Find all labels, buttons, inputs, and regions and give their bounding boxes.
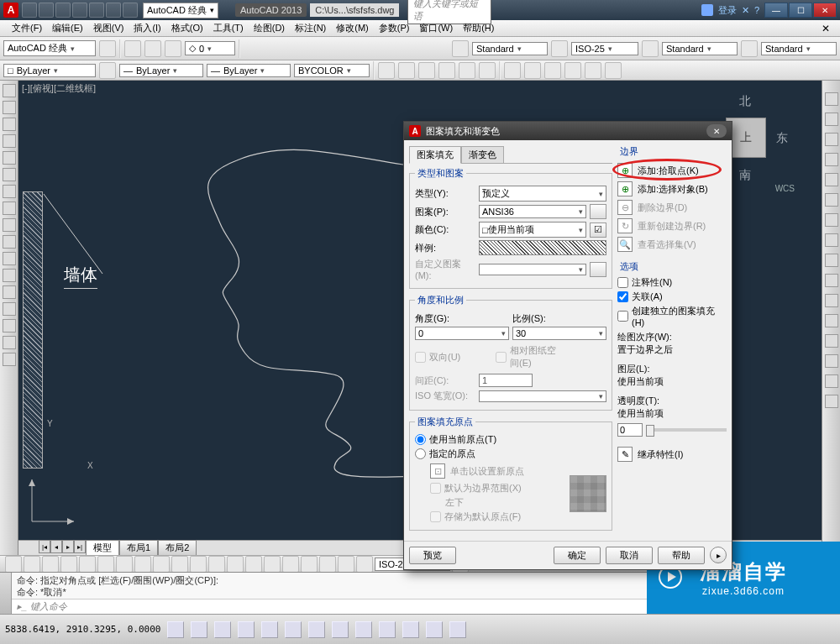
sample-swatch[interactable] [479,240,606,255]
viewcube-south[interactable]: 南 [739,168,751,183]
draworder-dropdown[interactable]: 置于边界之后 [617,343,727,356]
gradient-icon[interactable] [3,285,16,299]
trim-icon[interactable] [825,274,838,287]
menu-view[interactable]: 视图(V) [88,20,129,36]
ellipse-arc-icon[interactable] [3,218,16,232]
color-dropdown[interactable]: □ 使用当前项 [479,222,586,238]
workspace-settings-icon[interactable] [99,40,116,57]
menu-param[interactable]: 参数(P) [374,20,415,36]
color-picker-icon[interactable] [99,62,116,79]
join-icon[interactable] [825,334,838,348]
prop-icon-3[interactable] [418,62,435,79]
prop-icon-11[interactable] [585,62,601,79]
prop-icon-8[interactable] [524,62,541,79]
menu-edit[interactable]: 编辑(E) [47,20,88,36]
viewcube-north[interactable]: 北 [739,94,751,109]
color-dropdown[interactable]: □ ByLayer [3,64,96,77]
tab-nav-prev[interactable]: ◂ [50,540,62,553]
tab-hatch[interactable]: 图案填充 [409,146,461,164]
qat-new-icon[interactable] [22,3,37,18]
dim-update-icon[interactable] [356,556,373,573]
dim-joglinear-icon[interactable] [301,556,318,573]
prop-icon-9[interactable] [544,62,561,79]
osnap3d-toggle[interactable] [285,621,302,638]
prop-icon-5[interactable] [459,62,475,79]
pattern-browse-button[interactable] [590,204,606,219]
menu-tools[interactable]: 工具(T) [208,20,249,36]
tab-gradient[interactable]: 渐变色 [461,146,504,164]
type-dropdown[interactable]: 预定义 [479,186,606,202]
angle-dropdown[interactable]: 0 [415,327,509,340]
dim-center-icon[interactable] [264,556,281,573]
menu-window[interactable]: 窗口(W) [414,20,458,36]
workspace-dropdown[interactable]: AutoCAD 经典 [3,40,96,56]
pattern-dropdown[interactable]: ANSI36 [479,205,586,218]
dim-arc-icon[interactable] [42,556,59,573]
grid-toggle[interactable] [191,621,207,638]
hatch-icon[interactable] [3,269,16,282]
dim-edit-icon[interactable] [319,556,336,573]
add-pick-points-button[interactable]: ⊕添加:拾取点(K) [617,161,727,180]
dialog-close-button[interactable]: ✕ [706,124,727,138]
chamfer-icon[interactable] [825,354,838,368]
coordinates-display[interactable]: 5838.6419, 2910.3295, 0.0000 [5,624,160,635]
scale-dropdown[interactable]: 30 [512,327,606,340]
hatch-layer-dropdown[interactable]: 使用当前项 [617,375,727,388]
command-drag-handle[interactable] [0,573,12,614]
copy-icon[interactable] [825,113,838,126]
origin-specified-radio[interactable]: 指定的原点 [415,448,606,460]
scale-icon[interactable] [825,233,838,247]
otrack-toggle[interactable] [308,621,325,638]
wcs-label[interactable]: WCS [775,184,795,193]
annotative-checkbox[interactable]: 注释性(N) [617,276,727,289]
ok-button[interactable]: 确定 [554,547,601,564]
region-icon[interactable] [3,302,16,316]
mirror-icon[interactable] [825,133,838,146]
fillet-icon[interactable] [825,374,838,388]
prop-icon-2[interactable] [398,62,415,79]
tab-nav-last[interactable]: ▸| [74,540,86,553]
break-icon[interactable] [825,314,838,327]
lwt-toggle[interactable] [379,621,396,638]
menu-insert[interactable]: 插入(I) [129,20,165,36]
transparency-dropdown[interactable]: 使用当前项 [617,407,727,420]
dim-inspect-icon[interactable] [282,556,299,573]
qat-save-icon[interactable] [55,3,71,18]
dimstyle-dropdown[interactable]: ISO-25 [571,42,638,55]
qat-plot-icon[interactable] [89,3,104,18]
sc-toggle[interactable] [449,621,466,638]
tablestyle-dropdown[interactable]: Standard [662,42,738,55]
prop-icon-4[interactable] [438,62,455,79]
tablestyle-icon[interactable] [642,40,659,57]
dim-jogged-icon[interactable] [97,556,114,573]
offset-icon[interactable] [825,153,838,166]
tpy-toggle[interactable] [402,621,419,638]
separate-hatch-checkbox[interactable]: 创建独立的图案填充(H) [617,305,727,327]
expand-dialog-button[interactable]: ▸ [710,547,727,563]
ortho-toggle[interactable] [214,621,231,638]
mlstyle-icon[interactable] [741,40,758,57]
tab-layout2[interactable]: 布局2 [158,540,197,555]
tab-nav-next[interactable]: ▸ [62,540,74,553]
array-icon[interactable] [825,173,838,186]
exchange-icon[interactable]: ✕ [742,5,749,16]
autocad-app-icon[interactable]: A [3,3,18,18]
circle-icon[interactable] [3,168,16,181]
layer-bulb-icon[interactable] [124,40,141,57]
mlstyle-dropdown[interactable]: Standard [761,42,837,55]
login-link[interactable]: 登录 [718,4,737,17]
close-button[interactable]: ✕ [813,3,837,18]
lineweight-dropdown[interactable]: — ByLayer [207,64,291,77]
workspace-selector[interactable]: AutoCAD 经典 [143,3,218,18]
origin-current-radio[interactable]: 使用当前原点(T) [415,433,606,446]
dim-textedit-icon[interactable] [338,556,354,573]
prop-icon-6[interactable] [479,62,496,79]
dyn-toggle[interactable] [355,621,372,638]
snap-toggle[interactable] [167,621,184,638]
prop-icon-7[interactable] [504,62,521,79]
textstyle-icon[interactable] [452,40,469,57]
dim-radius-icon[interactable] [79,556,96,573]
user-icon[interactable] [701,4,713,16]
qat-redo-icon[interactable] [123,3,138,18]
minimize-button[interactable]: — [764,3,788,18]
